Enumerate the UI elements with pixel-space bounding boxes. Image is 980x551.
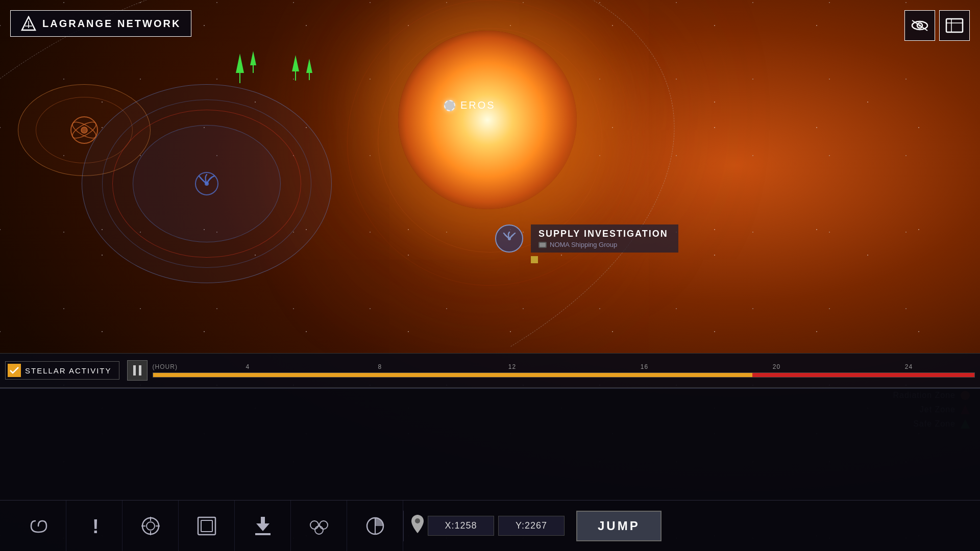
toolbar: ! [0, 388, 980, 551]
supply-org: NOMA Shipping Group [550, 241, 617, 248]
eye-icon [911, 19, 928, 32]
svg-rect-36 [255, 533, 271, 535]
tool-pie[interactable] [347, 500, 403, 551]
tool-group[interactable] [291, 500, 347, 551]
supply-subtitle: NOMA Shipping Group [538, 241, 668, 248]
header-title: LAGRANGE NETWORK [42, 18, 181, 30]
map-button[interactable] [939, 10, 970, 41]
svg-rect-20 [946, 19, 963, 32]
download-icon [254, 516, 272, 536]
supply-text-block: SUPPLY INVESTIGATION NOMA Shipping Group [531, 224, 678, 253]
timeline-track: (HOUR) 4 8 12 16 20 24 [153, 363, 975, 378]
hour-label-24: 24 [843, 363, 975, 370]
svg-point-5 [205, 182, 209, 186]
tool-target[interactable] [122, 500, 179, 551]
svg-marker-34 [256, 523, 270, 531]
supply-indicator [531, 256, 538, 263]
top-right-buttons [904, 10, 970, 41]
ship-2 [250, 51, 256, 73]
map-icon [945, 18, 964, 33]
center-station-icon [191, 168, 222, 199]
svg-rect-12 [540, 243, 546, 247]
svg-marker-8 [292, 55, 299, 71]
tool-download[interactable] [235, 500, 291, 551]
noma-icon [538, 242, 547, 248]
supply-icon [495, 224, 523, 253]
eros-label: EROS [460, 99, 496, 111]
svg-text:!: ! [92, 516, 99, 536]
sun [398, 31, 577, 209]
header[interactable]: LAGRANGE NETWORK [10, 10, 191, 37]
pause-button[interactable] [127, 360, 148, 381]
coord-x[interactable]: X:1258 [428, 516, 494, 536]
coord-section: X:1258 Y:2267 JUMP [411, 511, 662, 541]
supply-panel[interactable]: SUPPLY INVESTIGATION NOMA Shipping Group [495, 224, 678, 253]
ship-3 [292, 55, 299, 81]
station-center[interactable] [82, 84, 332, 283]
timeline-progress[interactable] [153, 372, 975, 378]
svg-rect-35 [261, 517, 265, 524]
timeline-bar: STELLAR ACTIVITY (HOUR) 4 8 12 16 20 24 [0, 353, 980, 388]
svg-point-10 [508, 237, 511, 240]
center-icon-svg [191, 168, 222, 199]
pause-icon [133, 365, 142, 375]
progress-orange [153, 373, 753, 377]
tool-square[interactable] [179, 500, 235, 551]
target-icon [140, 516, 161, 536]
hour-label-12: 12 [446, 363, 578, 370]
svg-rect-24 [139, 365, 141, 375]
stellar-activity-toggle[interactable]: STELLAR ACTIVITY [5, 361, 119, 380]
eye-button[interactable] [904, 10, 935, 41]
svg-marker-6 [236, 54, 244, 73]
spiral-icon [28, 516, 48, 536]
tool-row: ! [0, 500, 980, 551]
eros-container[interactable]: EROS [444, 99, 496, 111]
group-icon [308, 516, 330, 536]
svg-marker-7 [250, 51, 256, 65]
alert-icon: ! [86, 516, 103, 536]
stellar-label: STELLAR ACTIVITY [25, 366, 112, 375]
svg-rect-33 [201, 520, 212, 532]
svg-point-27 [146, 522, 155, 530]
eros-dot [444, 100, 455, 111]
progress-red [752, 373, 974, 377]
jump-button[interactable]: JUMP [576, 511, 662, 541]
tool-alert[interactable]: ! [66, 500, 122, 551]
square-icon [197, 516, 216, 536]
hour-label-8: 8 [314, 363, 446, 370]
supply-wifi-icon [501, 230, 518, 247]
svg-rect-23 [133, 365, 136, 375]
coord-pin-icon [411, 515, 424, 537]
svg-point-37 [310, 521, 318, 529]
tool-spiral[interactable] [10, 500, 66, 551]
lagrange-logo [21, 16, 36, 31]
timeline-labels: (HOUR) 4 8 12 16 20 24 [153, 363, 975, 370]
coord-y[interactable]: Y:2267 [498, 516, 565, 536]
hour-label-4: 4 [182, 363, 314, 370]
ship-1 [236, 54, 244, 83]
svg-marker-9 [306, 59, 312, 73]
stellar-checkbox[interactable] [8, 364, 21, 377]
hour-label-16: 16 [578, 363, 710, 370]
timeline-unit: (HOUR) [153, 363, 178, 370]
toolbar-separator [403, 511, 404, 541]
pin-icon [411, 515, 424, 533]
pie-icon [365, 516, 385, 536]
hour-label-20: 20 [710, 363, 843, 370]
supply-title: SUPPLY INVESTIGATION [538, 229, 668, 239]
svg-point-42 [415, 518, 420, 523]
ship-4 [306, 59, 312, 80]
svg-point-38 [320, 521, 328, 529]
svg-point-39 [315, 526, 323, 534]
